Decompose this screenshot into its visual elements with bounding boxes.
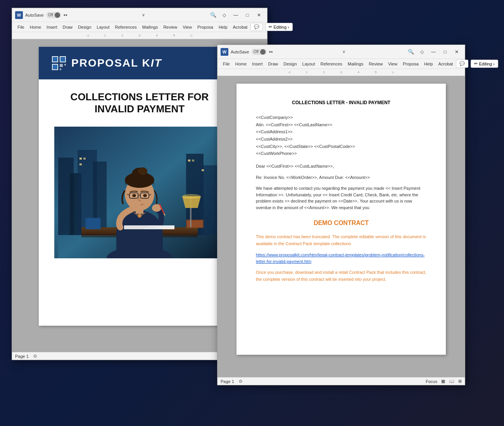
book-icon-front: 📖 — [449, 379, 454, 384]
menu-insert-front[interactable]: Insert — [250, 60, 265, 67]
status-icon-front: ⊙ — [239, 379, 242, 384]
menu-mailings-front[interactable]: Mailings — [345, 60, 366, 67]
autosave-label-front: AutoSave — [231, 50, 249, 54]
svg-point-49 — [143, 194, 147, 197]
editing-btn-front[interactable]: ✏ Editing › — [471, 60, 498, 68]
demo-link[interactable]: https://www.proposalkit.com/htm/legal-co… — [256, 252, 426, 265]
demo-text2: Once you purchase, download and install … — [256, 269, 426, 283]
ribbon-back: File Home Insert Draw Design Layout Refe… — [12, 22, 267, 32]
word-icon-front: W — [221, 48, 228, 56]
search-icon-back[interactable]: 🔍 — [209, 11, 217, 19]
page-indicator-back: Page 1 — [15, 354, 29, 359]
menu-acrobat-front[interactable]: Acrobat — [436, 60, 456, 67]
content-doc-title: COLLECTIONS LETTER - INVALID PAYMENT — [256, 99, 426, 106]
title-bar-center-back: ∨ — [81, 12, 207, 17]
menu-proposa-front[interactable]: Proposa — [400, 60, 421, 67]
title-chevron-front: ∨ — [342, 49, 345, 54]
search-icon-front[interactable]: 🔍 — [407, 48, 415, 56]
cover-header: PROPOSAL KIT — [39, 47, 240, 79]
svg-rect-22 — [202, 169, 204, 171]
editing-label-front: Editing — [479, 62, 492, 66]
demo-title: DEMO CONTRACT — [256, 218, 426, 228]
svg-rect-21 — [192, 160, 194, 161]
comment-btn-front[interactable]: 💬 — [456, 60, 468, 68]
toggle-off-label-back: Off — [47, 13, 54, 17]
layout-icon-front: ▦ — [441, 379, 445, 384]
title-bar-right-front: 🔍 ◇ — □ ✕ — [407, 48, 462, 56]
menu-file-back[interactable]: File — [15, 24, 27, 31]
menu-view-back[interactable]: View — [180, 24, 194, 31]
menu-insert-back[interactable]: Insert — [44, 24, 60, 31]
cover-illustration — [54, 127, 225, 258]
pencil-icon-front: ✏ — [474, 61, 478, 66]
svg-rect-56 — [125, 227, 156, 228]
minimize-btn-back[interactable]: — — [231, 11, 241, 19]
more-options-front[interactable]: •• — [269, 49, 273, 55]
editing-chevron-front: › — [493, 62, 495, 66]
svg-rect-17 — [79, 158, 82, 160]
autosave-toggle-back[interactable]: Off — [46, 12, 61, 18]
menu-mailings-back[interactable]: Mailings — [140, 24, 160, 31]
ruler-back: ◁ 1 2 3 4 5 ▷ — [12, 32, 267, 39]
menu-review-front[interactable]: Review — [366, 60, 385, 67]
phone-field: <<CustWorkPhone>> — [256, 150, 426, 157]
re-line: Re: Invoice No. <<WorkOrder>>, Amount Du… — [256, 174, 426, 181]
minimize-btn-front[interactable]: — — [428, 48, 438, 56]
menu-layout-back[interactable]: Layout — [95, 24, 112, 31]
menu-layout-front[interactable]: Layout — [300, 60, 318, 67]
svg-rect-18 — [83, 158, 86, 160]
menu-home-front[interactable]: Home — [233, 60, 249, 67]
ribbon-menu-front: File Home Insert Draw Design Layout Refe… — [217, 59, 465, 69]
menu-view-front[interactable]: View — [386, 60, 400, 67]
ribbon-front: File Home Insert Draw Design Layout Refe… — [217, 59, 465, 69]
toggle-knob-front — [260, 49, 266, 55]
autosave-toggle-front[interactable]: Off — [252, 49, 267, 55]
logo-text: PROPOSAL KIT — [71, 57, 162, 69]
menu-references-back[interactable]: References — [113, 24, 139, 31]
menu-design-back[interactable]: Design — [76, 24, 93, 31]
svg-rect-57 — [125, 228, 144, 229]
illustration-svg — [54, 127, 225, 258]
content-doc-front: COLLECTIONS LETTER - INVALID PAYMENT <<C… — [236, 84, 446, 355]
editing-chevron-back: › — [288, 25, 289, 29]
toggle-knob-back — [55, 12, 60, 18]
ruler-content-back: ◁ 1 2 3 4 5 ▷ — [14, 32, 266, 39]
menu-proposa-back[interactable]: Proposa — [195, 24, 216, 31]
svg-rect-9 — [60, 69, 61, 70]
focus-label-front: Focus — [426, 379, 437, 384]
demo-section: DEMO CONTRACT This demo contract has bee… — [256, 218, 426, 283]
diamond-icon-front[interactable]: ◇ — [417, 48, 427, 56]
close-btn-back[interactable]: ✕ — [254, 11, 264, 19]
menu-references-front[interactable]: References — [318, 60, 345, 67]
word-icon-back: W — [15, 11, 23, 19]
menu-draw-front[interactable]: Draw — [266, 60, 281, 67]
svg-rect-20 — [188, 160, 190, 161]
svg-rect-8 — [64, 64, 66, 65]
menu-help-back[interactable]: Help — [216, 24, 230, 31]
address-block: <<CustCompany>> Attn. <<CustFirst>> <<Cu… — [256, 114, 426, 157]
more-options-back[interactable]: •• — [64, 12, 67, 18]
title-bar-center-front: ∨ — [283, 49, 404, 54]
svg-rect-26 — [86, 218, 100, 229]
menu-design-front[interactable]: Design — [281, 60, 299, 67]
svg-rect-4 — [60, 57, 65, 62]
close-btn-front[interactable]: ✕ — [452, 48, 462, 56]
autosave-label-back: AutoSave — [25, 13, 44, 17]
svg-point-31 — [182, 194, 201, 199]
menu-acrobat-back[interactable]: Acrobat — [231, 24, 250, 31]
menu-draw-back[interactable]: Draw — [60, 24, 75, 31]
maximize-btn-front[interactable]: □ — [440, 48, 450, 56]
menu-file-front[interactable]: File — [221, 60, 232, 67]
title-bar-back: W AutoSave Off •• ∨ 🔍 ◇ — □ ✕ — [12, 8, 267, 22]
diamond-icon-back[interactable]: ◇ — [219, 11, 229, 19]
comment-btn-back[interactable]: 💬 — [250, 23, 263, 31]
editing-btn-back[interactable]: ✏ Editing › — [265, 23, 292, 31]
svg-point-50 — [130, 202, 141, 211]
toggle-off-label-front: Off — [253, 50, 259, 54]
comment-icon-back: 💬 — [254, 24, 259, 29]
menu-help-front[interactable]: Help — [422, 60, 435, 67]
maximize-btn-back[interactable]: □ — [242, 11, 252, 19]
menu-review-back[interactable]: Review — [161, 24, 180, 31]
menu-home-back[interactable]: Home — [28, 24, 43, 31]
title-bar-front: W AutoSave Off •• ∨ 🔍 ◇ — □ ✕ — [217, 45, 465, 59]
